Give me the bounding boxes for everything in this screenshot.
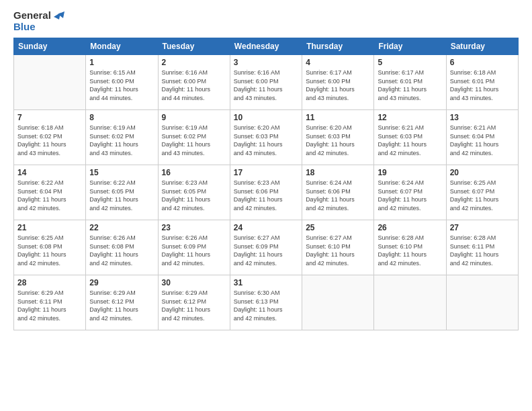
day-info: Sunrise: 6:27 AM Sunset: 6:09 PM Dayligh…: [234, 234, 298, 267]
day-number: 27: [450, 223, 515, 232]
logo-wrapper: GeneralBlue: [13, 10, 66, 32]
weekday-header-friday: Friday: [374, 38, 446, 55]
calendar-cell: 30Sunrise: 6:29 AM Sunset: 6:12 PM Dayli…: [158, 275, 230, 330]
day-info: Sunrise: 6:26 AM Sunset: 6:09 PM Dayligh…: [162, 234, 226, 267]
day-number: 23: [162, 223, 226, 232]
day-number: 9: [162, 113, 226, 122]
calendar-cell: 2Sunrise: 6:16 AM Sunset: 6:00 PM Daylig…: [158, 55, 230, 110]
calendar-cell: 15Sunrise: 6:22 AM Sunset: 6:05 PM Dayli…: [86, 165, 158, 220]
day-info: Sunrise: 6:21 AM Sunset: 6:03 PM Dayligh…: [378, 124, 442, 157]
day-number: 12: [378, 113, 442, 122]
day-number: 4: [306, 58, 370, 67]
day-info: Sunrise: 6:30 AM Sunset: 6:13 PM Dayligh…: [234, 289, 298, 322]
calendar-cell: [446, 275, 518, 330]
calendar-week-row: 28Sunrise: 6:29 AM Sunset: 6:11 PM Dayli…: [14, 275, 519, 330]
day-info: Sunrise: 6:15 AM Sunset: 6:00 PM Dayligh…: [89, 68, 154, 102]
day-number: 2: [162, 58, 226, 67]
calendar-week-row: 14Sunrise: 6:22 AM Sunset: 6:04 PM Dayli…: [14, 165, 519, 220]
day-info: Sunrise: 6:21 AM Sunset: 6:04 PM Dayligh…: [450, 124, 515, 157]
day-number: 15: [89, 168, 154, 177]
day-number: 19: [378, 168, 442, 177]
calendar-cell: 20Sunrise: 6:25 AM Sunset: 6:07 PM Dayli…: [446, 165, 518, 220]
calendar-cell: 29Sunrise: 6:29 AM Sunset: 6:12 PM Dayli…: [86, 275, 158, 330]
calendar-week-row: 1Sunrise: 6:15 AM Sunset: 6:00 PM Daylig…: [14, 55, 519, 110]
calendar-cell: 6Sunrise: 6:18 AM Sunset: 6:01 PM Daylig…: [446, 55, 518, 110]
day-number: 1: [89, 58, 154, 67]
calendar-cell: 22Sunrise: 6:26 AM Sunset: 6:08 PM Dayli…: [86, 220, 158, 275]
day-number: 26: [378, 223, 442, 232]
calendar-cell: 17Sunrise: 6:23 AM Sunset: 6:06 PM Dayli…: [230, 165, 302, 220]
day-number: 22: [89, 223, 154, 232]
day-number: 25: [306, 223, 370, 232]
day-info: Sunrise: 6:24 AM Sunset: 6:07 PM Dayligh…: [378, 179, 442, 212]
calendar-week-row: 7Sunrise: 6:18 AM Sunset: 6:02 PM Daylig…: [14, 110, 519, 165]
day-number: 6: [450, 58, 515, 67]
calendar-cell: 11Sunrise: 6:20 AM Sunset: 6:03 PM Dayli…: [302, 110, 374, 165]
day-info: Sunrise: 6:29 AM Sunset: 6:12 PM Dayligh…: [162, 289, 226, 322]
day-number: 14: [17, 168, 82, 177]
calendar-cell: 25Sunrise: 6:27 AM Sunset: 6:10 PM Dayli…: [302, 220, 374, 275]
calendar-cell: 14Sunrise: 6:22 AM Sunset: 6:04 PM Dayli…: [14, 165, 86, 220]
day-info: Sunrise: 6:17 AM Sunset: 6:00 PM Dayligh…: [306, 68, 370, 102]
calendar-cell: 5Sunrise: 6:17 AM Sunset: 6:01 PM Daylig…: [374, 55, 446, 110]
day-number: 13: [450, 113, 515, 122]
day-info: Sunrise: 6:29 AM Sunset: 6:11 PM Dayligh…: [17, 289, 82, 322]
day-info: Sunrise: 6:18 AM Sunset: 6:02 PM Dayligh…: [17, 124, 82, 157]
day-number: 5: [378, 58, 442, 67]
calendar-cell: 28Sunrise: 6:29 AM Sunset: 6:11 PM Dayli…: [14, 275, 86, 330]
calendar-cell: [374, 275, 446, 330]
day-number: 11: [306, 113, 370, 122]
day-info: Sunrise: 6:20 AM Sunset: 6:03 PM Dayligh…: [306, 124, 370, 157]
logo-general-text: General: [13, 10, 51, 21]
calendar-cell: 13Sunrise: 6:21 AM Sunset: 6:04 PM Dayli…: [446, 110, 518, 165]
calendar-table: SundayMondayTuesdayWednesdayThursdayFrid…: [13, 38, 519, 330]
day-info: Sunrise: 6:26 AM Sunset: 6:08 PM Dayligh…: [89, 234, 154, 267]
calendar-cell: [302, 275, 374, 330]
day-info: Sunrise: 6:23 AM Sunset: 6:06 PM Dayligh…: [234, 179, 298, 212]
calendar-cell: 7Sunrise: 6:18 AM Sunset: 6:02 PM Daylig…: [14, 110, 86, 165]
calendar-cell: 31Sunrise: 6:30 AM Sunset: 6:13 PM Dayli…: [230, 275, 302, 330]
day-number: 24: [234, 223, 298, 232]
calendar-cell: 12Sunrise: 6:21 AM Sunset: 6:03 PM Dayli…: [374, 110, 446, 165]
day-number: 30: [162, 278, 226, 287]
calendar-cell: 26Sunrise: 6:28 AM Sunset: 6:10 PM Dayli…: [374, 220, 446, 275]
calendar-cell: 24Sunrise: 6:27 AM Sunset: 6:09 PM Dayli…: [230, 220, 302, 275]
day-info: Sunrise: 6:19 AM Sunset: 6:02 PM Dayligh…: [89, 124, 154, 157]
day-number: 17: [234, 168, 298, 177]
calendar-cell: 10Sunrise: 6:20 AM Sunset: 6:03 PM Dayli…: [230, 110, 302, 165]
day-info: Sunrise: 6:22 AM Sunset: 6:04 PM Dayligh…: [17, 179, 82, 212]
day-info: Sunrise: 6:18 AM Sunset: 6:01 PM Dayligh…: [450, 68, 515, 102]
weekday-header-tuesday: Tuesday: [158, 38, 230, 55]
day-info: Sunrise: 6:23 AM Sunset: 6:05 PM Dayligh…: [162, 179, 226, 212]
day-info: Sunrise: 6:24 AM Sunset: 6:06 PM Dayligh…: [306, 179, 370, 212]
day-info: Sunrise: 6:17 AM Sunset: 6:01 PM Dayligh…: [378, 68, 442, 102]
day-info: Sunrise: 6:16 AM Sunset: 6:00 PM Dayligh…: [234, 68, 298, 102]
day-info: Sunrise: 6:20 AM Sunset: 6:03 PM Dayligh…: [234, 124, 298, 157]
day-info: Sunrise: 6:25 AM Sunset: 6:08 PM Dayligh…: [17, 234, 82, 267]
day-number: 21: [17, 223, 82, 232]
logo-text-block: GeneralBlue: [13, 10, 51, 32]
calendar-cell: 1Sunrise: 6:15 AM Sunset: 6:00 PM Daylig…: [86, 55, 158, 110]
day-number: 3: [234, 58, 298, 67]
day-number: 28: [17, 278, 82, 287]
calendar-cell: 23Sunrise: 6:26 AM Sunset: 6:09 PM Dayli…: [158, 220, 230, 275]
weekday-header-sunday: Sunday: [14, 38, 86, 55]
calendar-cell: 21Sunrise: 6:25 AM Sunset: 6:08 PM Dayli…: [14, 220, 86, 275]
calendar-cell: 19Sunrise: 6:24 AM Sunset: 6:07 PM Dayli…: [374, 165, 446, 220]
logo-blue-text: Blue: [13, 21, 51, 33]
day-info: Sunrise: 6:27 AM Sunset: 6:10 PM Dayligh…: [306, 234, 370, 267]
calendar-cell: 18Sunrise: 6:24 AM Sunset: 6:06 PM Dayli…: [302, 165, 374, 220]
logo-bird-icon: [51, 11, 66, 32]
calendar-cell: 9Sunrise: 6:19 AM Sunset: 6:02 PM Daylig…: [158, 110, 230, 165]
day-info: Sunrise: 6:16 AM Sunset: 6:00 PM Dayligh…: [162, 68, 226, 102]
day-number: 18: [306, 168, 370, 177]
day-info: Sunrise: 6:28 AM Sunset: 6:10 PM Dayligh…: [378, 234, 442, 267]
day-info: Sunrise: 6:28 AM Sunset: 6:11 PM Dayligh…: [450, 234, 515, 267]
day-info: Sunrise: 6:22 AM Sunset: 6:05 PM Dayligh…: [89, 179, 154, 212]
logo: GeneralBlue: [13, 10, 66, 32]
calendar-cell: 16Sunrise: 6:23 AM Sunset: 6:05 PM Dayli…: [158, 165, 230, 220]
day-number: 20: [450, 168, 515, 177]
calendar-cell: 8Sunrise: 6:19 AM Sunset: 6:02 PM Daylig…: [86, 110, 158, 165]
weekday-header-saturday: Saturday: [446, 38, 518, 55]
weekday-header-wednesday: Wednesday: [230, 38, 302, 55]
